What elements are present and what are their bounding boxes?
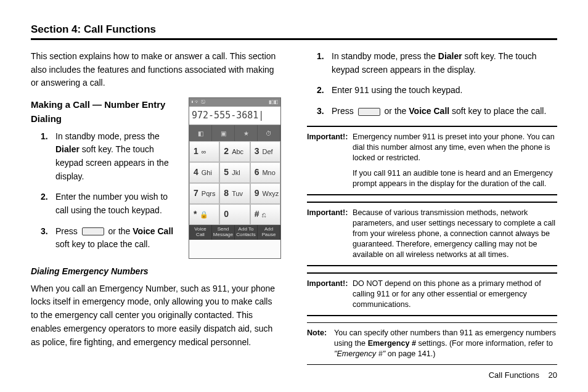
step-number: 1. [317,50,327,76]
divider [307,194,557,195]
left-step-2: 2. Enter the number you wish to call usi… [31,190,181,217]
txt: soft key to place the call. [55,239,150,249]
step-text: In standby mode, press the Dialer soft k… [332,50,557,76]
txt: Press [55,226,80,236]
right-column: 1. In standby mode, press the Dialer sof… [307,50,557,366]
txt: settings. (For more information, refer t… [416,339,553,348]
txt: Emergency number 911 is preset into your… [353,132,557,163]
emergency-setting-bold: Emergency # [368,339,416,348]
important-label: Important!: [307,208,349,260]
important-text: Because of various transmission methods,… [353,208,557,260]
intro-text: This section explains how to make or ans… [31,50,281,90]
key-0: 0 [219,204,250,225]
note-text: You can specify other numbers than 911 a… [334,328,557,359]
footer-label: Call Functions [489,370,539,380]
step-number: 3. [41,225,51,251]
phone-status-bar: ▮ ᯤ ⎋▮▯◧ [189,98,280,107]
txt: In standby mode, press the [332,51,438,61]
phone-tabs: ◧ ▣ ★ ⏱ [189,125,280,141]
dialer-bold: Dialer [438,51,462,61]
key-5: 5Jkl [219,162,250,183]
step-text: Enter 911 using the touch keypad. [332,84,462,97]
key-8: 8Tuv [219,183,250,204]
important-label: Important!: [307,279,349,310]
note-label: Note: [307,328,330,359]
phone-keypad-figure: ▮ ᯤ ⎋▮▯◧ 972-555-3681| ◧ ▣ ★ ⏱ 1∞ 2Abc 3… [189,97,281,259]
step-number: 2. [317,84,327,97]
step-text: In standby mode, press the Dialer soft k… [55,130,181,184]
key-hash: #⎌ [250,204,280,225]
important-text: DO NOT depend on this phone as a primary… [353,279,557,310]
key-9: 9Wxyz [250,183,280,204]
soft-add-pause: Add Pause [258,225,280,240]
emergency-body: When you call an Emergency Number, such … [31,282,281,349]
left-column: This section explains how to make or ans… [31,50,281,366]
step-number: 1. [41,130,51,184]
important-3: Important!: DO NOT depend on this phone … [307,279,557,310]
divider [307,322,557,323]
important-1: Important!: Emergency number 911 is pres… [307,132,557,189]
step-text: Enter the number you wish to call using … [55,190,181,217]
call-button-icon [82,227,104,235]
left-step-1: 1. In standby mode, press the Dialer sof… [31,130,181,184]
divider [307,315,557,316]
right-step-1: 1. In standby mode, press the Dialer sof… [307,50,557,76]
divider [307,265,557,266]
txt: or the [382,106,409,116]
txt: or the [106,226,133,236]
left-step-3: 3. Press or the Voice Call soft key to p… [31,225,181,251]
phone-dialed-number: 972-555-3681| [189,107,280,125]
important-2: Important!: Because of various transmiss… [307,208,557,260]
divider [307,126,557,127]
step-number: 2. [41,190,51,217]
phone-tab: ▣ [212,125,235,141]
key-1: 1∞ [189,141,219,162]
note: Note: You can specify other numbers than… [307,328,557,359]
soft-voice-call: Voice Call [189,225,212,240]
phone-tab: ★ [235,125,258,141]
txt: Press [332,106,356,116]
key-star: *🔒 [189,204,219,225]
divider [307,364,557,365]
emergency-ref-italic: "Emergency #" [334,349,385,358]
emergency-heading: Dialing Emergency Numbers [31,265,281,279]
soft-add-contacts: Add To Contacts [235,225,258,240]
phone-tab: ◧ [189,125,212,141]
step-number: 3. [317,105,327,118]
page-footer: Call Functions 20 [489,370,557,380]
txt: If you call 911 an audible tone is heard… [353,168,557,189]
phone-softkeys: Voice Call Send Message Add To Contacts … [189,225,280,240]
key-4: 4Ghi [189,162,219,183]
key-7: 7Pqrs [189,183,219,204]
step-text: Press or the Voice Call soft key to plac… [332,105,546,118]
important-text: Emergency number 911 is preset into your… [353,132,557,189]
txt: soft key to place the call. [449,106,546,116]
key-2: 2Abc [219,141,250,162]
right-step-2: 2. Enter 911 using the touch keypad. [307,84,557,97]
key-3: 3Def [250,141,280,162]
soft-send-message: Send Message [212,225,235,240]
footer-page-number: 20 [549,370,557,380]
key-6: 6Mno [250,162,280,183]
call-button-icon [358,108,380,116]
divider [307,272,557,274]
phone-keypad: 1∞ 2Abc 3Def 4Ghi 5Jkl 6Mno 7Pqrs 8Tuv 9… [189,141,280,225]
section-title: Section 4: Call Functions [31,23,557,40]
txt: In standby mode, press the [55,131,160,141]
right-step-3: 3. Press or the Voice Call soft key to p… [307,105,557,118]
content-columns: This section explains how to make or ans… [31,50,557,366]
divider [307,202,557,203]
making-call-heading: Making a Call — Number Entry Dialing [31,97,181,126]
phone-tab: ⏱ [258,125,280,141]
important-label: Important!: [307,132,349,189]
txt: on page 141.) [385,349,435,358]
voice-call-bold: Voice Call [133,226,173,236]
dialer-bold: Dialer [55,144,80,154]
step-text: Press or the Voice Call soft key to plac… [55,225,181,251]
voice-call-bold: Voice Call [409,106,449,116]
